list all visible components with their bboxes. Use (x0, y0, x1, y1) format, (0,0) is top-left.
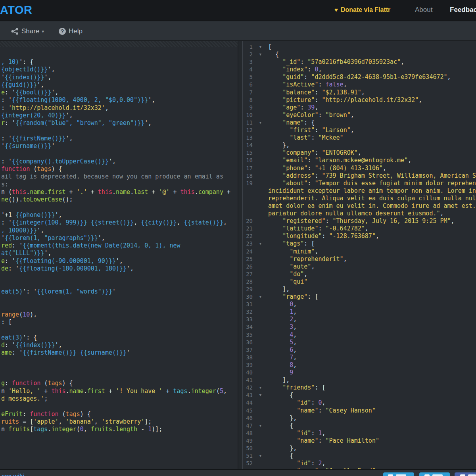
json-line-text: "tags": [ (268, 240, 315, 248)
about-link[interactable]: About (415, 6, 432, 14)
code-line: eat(5)': '{{lorem(1, "words")}}' (1, 288, 238, 296)
help-button[interactable]: ? Help (59, 26, 83, 36)
fold-gutter (253, 255, 268, 263)
template-code[interactable]: , 10)': {{objectId()}}','{{index()}}',{{… (0, 47, 238, 434)
fold-gutter (253, 149, 268, 157)
code-line: : '{{company().toUpperCase()}}', (1, 158, 238, 165)
line-number: 27 (243, 271, 253, 278)
json-line: 14 }, (243, 142, 476, 149)
code-line: {objectId()}}', (1, 66, 238, 73)
json-line: reprehenderit. Aliqua velit ea duis culp… (243, 195, 476, 202)
line-number: 21 (243, 225, 253, 232)
code-line: : 'http://placehold.it/32x32', (1, 104, 238, 112)
json-line: pariatur dolore nulla ullamco deserunt e… (243, 210, 476, 217)
json-line-text: "id": 0, (268, 399, 326, 407)
line-number: 25 (243, 255, 253, 263)
editor-resize-handle[interactable] (0, 41, 238, 47)
footer-bar: see wiki (0, 469, 476, 476)
json-line-text: { (268, 392, 293, 399)
fold-gutter (253, 104, 268, 111)
toolbar: Share ▾ ? Help (0, 21, 476, 41)
app-logo[interactable]: ATOR (0, 4, 32, 17)
fold-gutter (253, 73, 268, 81)
json-line-text: incididunt excepteur labore anim tempor … (268, 187, 476, 195)
line-number: 31 (243, 301, 253, 308)
feedback-link[interactable]: Feedback (450, 6, 476, 14)
json-line-text: "name": "Casey Hanson" (268, 407, 376, 415)
code-line: : [ (1, 319, 238, 326)
fold-arrow-icon[interactable]: ▼ (253, 293, 268, 301)
share-button[interactable]: Share ▾ (11, 26, 44, 36)
fold-arrow-icon[interactable]: ▼ (253, 240, 268, 248)
code-line (1, 365, 238, 372)
fold-gutter (253, 127, 268, 134)
json-line-text: "company": "ENTOGROK", (268, 149, 361, 157)
fold-arrow-icon[interactable]: ▼ (253, 384, 268, 392)
footer-action-button-navy[interactable] (455, 472, 476, 476)
json-line-text: reprehenderit. Aliqua velit ea duis culp… (268, 195, 476, 202)
code-line: '+1 {{phone()}}', (1, 211, 238, 219)
json-line-text: pariatur dolore nulla ullamco deserunt e… (268, 210, 444, 217)
panel-divider[interactable] (238, 41, 242, 469)
fold-arrow-icon[interactable]: ▼ (253, 51, 268, 58)
fold-gutter (253, 89, 268, 96)
fold-arrow-icon[interactable]: ▼ (253, 119, 268, 127)
json-line-text: "_id": "57a0216fb40396d7035923ac", (268, 58, 404, 66)
line-number: 3 (243, 58, 253, 66)
json-line-text: }, (268, 415, 297, 422)
fold-arrow-icon[interactable]: ▼ (253, 43, 268, 51)
json-line: 16 "email": "larson.mckee@entogrok.me", (243, 157, 476, 164)
fold-arrow-icon[interactable]: ▼ (253, 422, 268, 430)
code-line: '{{index()}}', (1, 74, 238, 81)
json-line-text: "first": "Larson", (268, 127, 354, 134)
json-line-text: }, (268, 445, 297, 452)
json-line-text: "minim", (268, 248, 318, 255)
fold-gutter (253, 202, 268, 210)
line-number: 17 (243, 165, 253, 172)
code-line: function (tags) { (1, 165, 238, 173)
code-line: range(10), (1, 311, 238, 319)
json-line: 41 ], (243, 376, 476, 384)
json-line-text: "age": 39, (268, 104, 318, 111)
line-number: 42 (243, 384, 253, 392)
json-line: 32 1, (243, 308, 476, 316)
json-line: 47▼ { (243, 422, 476, 430)
fold-arrow-icon[interactable]: ▼ (253, 392, 268, 399)
code-line: '{{surname()}}' (1, 142, 238, 150)
code-line: : '{{firstName()}}', (1, 135, 238, 142)
code-line: n fruits[tags.integer(0, fruits.length -… (1, 426, 238, 433)
code-line: e: '{{floating(-90.000001, 90)}}', (1, 257, 238, 265)
line-number: 9 (243, 104, 253, 111)
wiki-link[interactable]: see wiki (2, 472, 25, 476)
json-line: 30▼ "range": [ (243, 293, 476, 301)
code-line: : '{{floating(1000, 4000, 2, "$0,0.00")}… (1, 96, 238, 104)
json-line-text: amet dolor ea enim eu velit in. Commodo … (268, 202, 476, 210)
json-line-text: ], (268, 376, 290, 384)
code-line (1, 204, 238, 211)
fold-arrow-icon[interactable]: ▼ (253, 452, 268, 460)
json-output-panel[interactable]: 1▼[2▼ {3 "_id": "57a0216fb40396d7035923a… (242, 41, 476, 469)
line-number: 5 (243, 73, 253, 81)
code-line (1, 326, 238, 334)
fold-gutter (253, 210, 268, 217)
json-line-text: "name": { (268, 119, 315, 127)
fold-gutter (253, 248, 268, 255)
json-line: 4 "index": 0, (243, 66, 476, 73)
json-line: 46 }, (243, 415, 476, 422)
json-line: 45 "name": "Casey Hanson" (243, 407, 476, 415)
json-line: 49 "name": "Pace Hamilton" (243, 437, 476, 445)
json-line: 42▼ "friends": [ (243, 384, 476, 392)
code-line (1, 372, 238, 380)
fold-gutter (253, 195, 268, 202)
footer-action-button-1[interactable] (383, 472, 414, 476)
line-number (243, 187, 253, 195)
line-number: 4 (243, 66, 253, 73)
json-line-text: 8, (268, 361, 297, 369)
donate-link[interactable]: ♥Donate via Flattr (334, 6, 390, 13)
template-editor-panel[interactable]: , 10)': {{objectId()}}','{{index()}}',{{… (0, 41, 238, 469)
json-line: 36 5, (243, 339, 476, 346)
button-icon (424, 474, 430, 476)
footer-action-button-2[interactable] (419, 472, 450, 476)
line-number: 28 (243, 278, 253, 286)
fold-gutter (253, 263, 268, 271)
